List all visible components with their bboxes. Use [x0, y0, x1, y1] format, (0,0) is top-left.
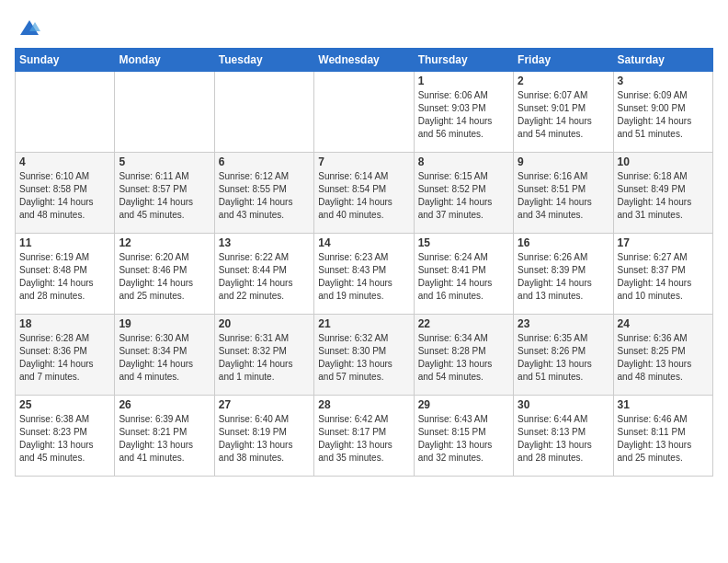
calendar-cell: 13Sunrise: 6:22 AM Sunset: 8:44 PM Dayli… — [214, 234, 313, 315]
day-number: 5 — [119, 155, 210, 168]
day-info: Sunrise: 6:38 AM Sunset: 8:23 PM Dayligh… — [19, 413, 110, 465]
day-number: 24 — [618, 317, 709, 330]
calendar-cell: 7Sunrise: 6:14 AM Sunset: 8:54 PM Daylig… — [314, 153, 414, 234]
day-info: Sunrise: 6:11 AM Sunset: 8:57 PM Dayligh… — [119, 170, 210, 222]
logo — [15, 15, 42, 40]
day-info: Sunrise: 6:07 AM Sunset: 9:01 PM Dayligh… — [518, 89, 609, 141]
day-info: Sunrise: 6:44 AM Sunset: 8:13 PM Dayligh… — [518, 413, 609, 465]
day-info: Sunrise: 6:46 AM Sunset: 8:11 PM Dayligh… — [618, 413, 709, 465]
weekday-header-row: SundayMondayTuesdayWednesdayThursdayFrid… — [16, 49, 713, 72]
calendar-cell: 6Sunrise: 6:12 AM Sunset: 8:55 PM Daylig… — [214, 153, 313, 234]
day-number: 10 — [618, 155, 709, 168]
day-number: 11 — [19, 236, 110, 249]
calendar-cell: 19Sunrise: 6:30 AM Sunset: 8:34 PM Dayli… — [115, 315, 214, 396]
calendar-week-row: 4Sunrise: 6:10 AM Sunset: 8:58 PM Daylig… — [16, 153, 713, 234]
day-info: Sunrise: 6:12 AM Sunset: 8:55 PM Dayligh… — [219, 170, 310, 222]
day-number: 8 — [418, 155, 509, 168]
calendar-cell: 4Sunrise: 6:10 AM Sunset: 8:58 PM Daylig… — [16, 153, 115, 234]
page-header — [15, 15, 713, 40]
day-info: Sunrise: 6:24 AM Sunset: 8:41 PM Dayligh… — [418, 251, 509, 303]
day-number: 14 — [318, 236, 409, 249]
weekday-header-friday: Friday — [514, 49, 613, 72]
calendar-cell: 9Sunrise: 6:16 AM Sunset: 8:51 PM Daylig… — [514, 153, 613, 234]
calendar-cell: 22Sunrise: 6:34 AM Sunset: 8:28 PM Dayli… — [414, 315, 513, 396]
day-info: Sunrise: 6:27 AM Sunset: 8:37 PM Dayligh… — [618, 251, 709, 303]
day-number: 29 — [418, 398, 509, 411]
weekday-header-tuesday: Tuesday — [214, 49, 313, 72]
calendar-cell: 5Sunrise: 6:11 AM Sunset: 8:57 PM Daylig… — [115, 153, 214, 234]
day-number: 31 — [618, 398, 709, 411]
day-info: Sunrise: 6:20 AM Sunset: 8:46 PM Dayligh… — [119, 251, 210, 303]
weekday-header-thursday: Thursday — [414, 49, 513, 72]
day-info: Sunrise: 6:39 AM Sunset: 8:21 PM Dayligh… — [119, 413, 210, 465]
calendar-cell: 16Sunrise: 6:26 AM Sunset: 8:39 PM Dayli… — [514, 234, 613, 315]
logo-icon — [17, 15, 42, 40]
calendar-cell — [214, 72, 313, 153]
day-number: 22 — [418, 317, 509, 330]
calendar-cell: 27Sunrise: 6:40 AM Sunset: 8:19 PM Dayli… — [214, 396, 313, 477]
calendar-week-row: 11Sunrise: 6:19 AM Sunset: 8:48 PM Dayli… — [16, 234, 713, 315]
calendar-cell: 18Sunrise: 6:28 AM Sunset: 8:36 PM Dayli… — [16, 315, 115, 396]
day-number: 3 — [618, 75, 709, 87]
calendar-cell: 31Sunrise: 6:46 AM Sunset: 8:11 PM Dayli… — [613, 396, 712, 477]
day-info: Sunrise: 6:16 AM Sunset: 8:51 PM Dayligh… — [518, 170, 609, 222]
day-number: 21 — [318, 317, 409, 330]
calendar-cell: 2Sunrise: 6:07 AM Sunset: 9:01 PM Daylig… — [514, 72, 613, 153]
day-number: 16 — [518, 236, 609, 249]
weekday-header-wednesday: Wednesday — [314, 49, 414, 72]
calendar-cell: 12Sunrise: 6:20 AM Sunset: 8:46 PM Dayli… — [115, 234, 214, 315]
calendar-week-row: 25Sunrise: 6:38 AM Sunset: 8:23 PM Dayli… — [16, 396, 713, 477]
calendar-cell: 10Sunrise: 6:18 AM Sunset: 8:49 PM Dayli… — [613, 153, 712, 234]
day-number: 30 — [518, 398, 609, 411]
calendar-cell: 17Sunrise: 6:27 AM Sunset: 8:37 PM Dayli… — [613, 234, 712, 315]
calendar-cell: 23Sunrise: 6:35 AM Sunset: 8:26 PM Dayli… — [514, 315, 613, 396]
day-info: Sunrise: 6:18 AM Sunset: 8:49 PM Dayligh… — [618, 170, 709, 222]
day-number: 17 — [618, 236, 709, 249]
day-info: Sunrise: 6:35 AM Sunset: 8:26 PM Dayligh… — [518, 332, 609, 384]
calendar-cell: 28Sunrise: 6:42 AM Sunset: 8:17 PM Dayli… — [314, 396, 414, 477]
weekday-header-sunday: Sunday — [16, 49, 115, 72]
day-number: 7 — [318, 155, 409, 168]
day-info: Sunrise: 6:23 AM Sunset: 8:43 PM Dayligh… — [318, 251, 409, 303]
day-info: Sunrise: 6:10 AM Sunset: 8:58 PM Dayligh… — [19, 170, 110, 222]
calendar-week-row: 18Sunrise: 6:28 AM Sunset: 8:36 PM Dayli… — [16, 315, 713, 396]
calendar-cell: 15Sunrise: 6:24 AM Sunset: 8:41 PM Dayli… — [414, 234, 513, 315]
day-info: Sunrise: 6:06 AM Sunset: 9:03 PM Dayligh… — [418, 89, 509, 141]
day-info: Sunrise: 6:30 AM Sunset: 8:34 PM Dayligh… — [119, 332, 210, 384]
day-info: Sunrise: 6:19 AM Sunset: 8:48 PM Dayligh… — [19, 251, 110, 303]
calendar-cell — [314, 72, 414, 153]
day-info: Sunrise: 6:36 AM Sunset: 8:25 PM Dayligh… — [618, 332, 709, 384]
calendar-cell — [115, 72, 214, 153]
day-info: Sunrise: 6:43 AM Sunset: 8:15 PM Dayligh… — [418, 413, 509, 465]
day-info: Sunrise: 6:22 AM Sunset: 8:44 PM Dayligh… — [219, 251, 310, 303]
day-info: Sunrise: 6:34 AM Sunset: 8:28 PM Dayligh… — [418, 332, 509, 384]
day-number: 28 — [318, 398, 409, 411]
calendar-cell — [16, 72, 115, 153]
calendar-cell: 21Sunrise: 6:32 AM Sunset: 8:30 PM Dayli… — [314, 315, 414, 396]
day-number: 25 — [19, 398, 110, 411]
day-number: 1 — [418, 75, 509, 87]
day-number: 12 — [119, 236, 210, 249]
calendar-week-row: 1Sunrise: 6:06 AM Sunset: 9:03 PM Daylig… — [16, 72, 713, 153]
day-info: Sunrise: 6:26 AM Sunset: 8:39 PM Dayligh… — [518, 251, 609, 303]
day-number: 18 — [19, 317, 110, 330]
calendar-cell: 14Sunrise: 6:23 AM Sunset: 8:43 PM Dayli… — [314, 234, 414, 315]
day-number: 20 — [219, 317, 310, 330]
calendar-cell: 3Sunrise: 6:09 AM Sunset: 9:00 PM Daylig… — [613, 72, 712, 153]
calendar-cell: 20Sunrise: 6:31 AM Sunset: 8:32 PM Dayli… — [214, 315, 313, 396]
day-number: 9 — [518, 155, 609, 168]
day-info: Sunrise: 6:40 AM Sunset: 8:19 PM Dayligh… — [219, 413, 310, 465]
day-number: 26 — [119, 398, 210, 411]
day-number: 2 — [518, 75, 609, 87]
day-number: 27 — [219, 398, 310, 411]
calendar-cell: 29Sunrise: 6:43 AM Sunset: 8:15 PM Dayli… — [414, 396, 513, 477]
calendar-cell: 1Sunrise: 6:06 AM Sunset: 9:03 PM Daylig… — [414, 72, 513, 153]
calendar-cell: 24Sunrise: 6:36 AM Sunset: 8:25 PM Dayli… — [613, 315, 712, 396]
day-number: 6 — [219, 155, 310, 168]
day-info: Sunrise: 6:31 AM Sunset: 8:32 PM Dayligh… — [219, 332, 310, 384]
calendar-cell: 26Sunrise: 6:39 AM Sunset: 8:21 PM Dayli… — [115, 396, 214, 477]
day-number: 13 — [219, 236, 310, 249]
calendar-cell: 8Sunrise: 6:15 AM Sunset: 8:52 PM Daylig… — [414, 153, 513, 234]
day-info: Sunrise: 6:28 AM Sunset: 8:36 PM Dayligh… — [19, 332, 110, 384]
day-info: Sunrise: 6:14 AM Sunset: 8:54 PM Dayligh… — [318, 170, 409, 222]
